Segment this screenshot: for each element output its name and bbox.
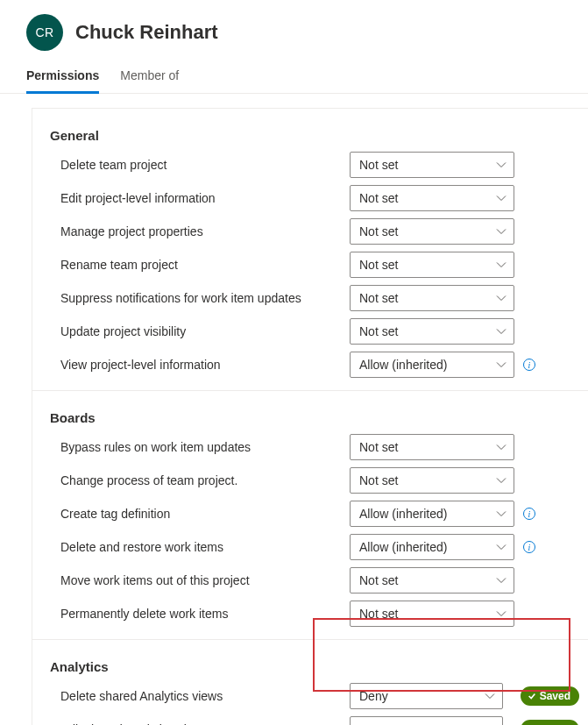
perm-label: Bypass rules on work item updates — [60, 440, 350, 454]
check-icon — [528, 692, 536, 700]
perm-row: Permanently delete work items Not set — [32, 597, 588, 630]
perm-select-rename-team-project[interactable]: Not set — [350, 252, 514, 278]
chevron-down-icon — [496, 508, 507, 519]
row-trail: i — [523, 541, 535, 553]
perm-label: Delete shared Analytics views — [60, 689, 350, 703]
row-trail: i — [523, 359, 535, 371]
row-trail: i — [523, 508, 535, 520]
chevron-down-icon — [496, 226, 507, 237]
perm-select-manage-project-props[interactable]: Not set — [350, 218, 514, 245]
perm-select-delete-shared-analytics[interactable]: Deny — [350, 683, 503, 709]
perm-select-bypass-rules[interactable]: Not set — [350, 434, 514, 460]
perm-row: Manage project properties Not set — [32, 215, 588, 248]
perm-label: Permanently delete work items — [60, 607, 350, 621]
perm-select-edit-project-info[interactable]: Not set — [350, 185, 514, 211]
chevron-down-icon — [496, 575, 507, 586]
select-value: Not set — [359, 158, 398, 172]
chevron-down-icon — [496, 608, 507, 619]
perm-row: Create tag definition Allow (inherited) … — [32, 497, 588, 530]
permissions-panel: General Delete team project Not set Edit… — [32, 108, 588, 725]
chevron-down-icon — [485, 691, 495, 701]
chevron-down-icon — [496, 259, 507, 270]
perm-row: Suppress notifications for work item upd… — [32, 281, 588, 315]
tab-permissions[interactable]: Permissions — [26, 61, 99, 94]
perm-label: Create tag definition — [60, 507, 350, 521]
chevron-down-icon — [496, 475, 507, 486]
saved-label: Saved — [540, 690, 570, 702]
section-title-analytics: Analytics — [32, 640, 588, 679]
perm-row: Move work items out of this project Not … — [32, 564, 588, 597]
perm-row: Edit project-level information Not set — [32, 181, 588, 215]
perm-label: Change process of team project. — [60, 473, 350, 487]
chevron-down-icon — [496, 293, 507, 303]
perm-select-delete-team-project[interactable]: Not set — [350, 152, 514, 178]
chevron-down-icon — [496, 442, 507, 452]
section-title-boards: Boards — [32, 391, 588, 430]
saved-badge: Saved — [521, 686, 579, 706]
perm-label: Delete and restore work items — [60, 540, 350, 554]
perm-select-delete-restore[interactable]: Allow (inherited) — [350, 534, 514, 560]
perm-label: Manage project properties — [60, 224, 350, 238]
section-title-general: General — [32, 109, 588, 148]
select-value: Allow (inherited) — [359, 507, 447, 521]
chevron-down-icon — [496, 542, 507, 552]
select-value: Not set — [359, 440, 398, 454]
tab-bar: Permissions Member of — [0, 58, 588, 94]
page-header: CR Chuck Reinhart — [0, 0, 588, 58]
perm-row: Change process of team project. Not set — [32, 464, 588, 497]
perm-label: Delete team project — [60, 158, 350, 172]
select-value: Not set — [359, 224, 398, 238]
perm-select-view-project-info[interactable]: Allow (inherited) — [350, 352, 514, 378]
select-value: Not set — [359, 191, 398, 205]
select-value: Allow (inherited) — [359, 540, 447, 554]
chevron-down-icon — [496, 193, 507, 203]
perm-select-change-process[interactable]: Not set — [350, 467, 514, 494]
perm-row: Rename team project Not set — [32, 248, 588, 281]
select-value: Deny — [359, 689, 388, 703]
perm-row: Edit shared Analytics views Deny Saved — [32, 713, 588, 725]
avatar: CR — [26, 14, 63, 51]
perm-row: Update project visibility Not set — [32, 315, 588, 348]
chevron-down-icon — [496, 326, 507, 337]
info-icon[interactable]: i — [523, 541, 535, 553]
select-value: Not set — [359, 258, 398, 272]
select-value: Not set — [359, 291, 398, 305]
perm-label: Suppress notifications for work item upd… — [60, 291, 350, 305]
perm-row: Bypass rules on work item updates Not se… — [32, 430, 588, 464]
select-value: Allow (inherited) — [359, 358, 447, 372]
page-title: Chuck Reinhart — [75, 21, 218, 44]
perm-label: Rename team project — [60, 258, 350, 272]
info-icon[interactable]: i — [523, 508, 535, 520]
perm-row: Delete and restore work items Allow (inh… — [32, 530, 588, 564]
select-value: Not set — [359, 473, 398, 487]
perm-select-suppress-notifications[interactable]: Not set — [350, 285, 514, 311]
perm-row: View project-level information Allow (in… — [32, 348, 588, 381]
perm-select-create-tag[interactable]: Allow (inherited) — [350, 501, 514, 527]
saved-badge: Saved — [521, 720, 579, 725]
perm-row: Delete team project Not set — [32, 148, 588, 181]
perm-label: Update project visibility — [60, 324, 350, 338]
perm-select-update-visibility[interactable]: Not set — [350, 318, 514, 345]
perm-select-edit-shared-analytics[interactable]: Deny — [350, 716, 503, 725]
chevron-down-icon — [496, 359, 507, 370]
perm-label: Edit project-level information — [60, 191, 350, 205]
select-value: Not set — [359, 607, 398, 621]
perm-row: Delete shared Analytics views Deny Saved — [32, 679, 588, 713]
perm-select-perm-delete[interactable]: Not set — [350, 601, 514, 627]
perm-label: View project-level information — [60, 358, 350, 372]
tab-memberof[interactable]: Member of — [120, 61, 179, 94]
info-icon[interactable]: i — [523, 359, 535, 371]
perm-select-move-work-items[interactable]: Not set — [350, 567, 514, 594]
select-value: Not set — [359, 324, 398, 338]
perm-label: Move work items out of this project — [60, 573, 350, 587]
chevron-down-icon — [496, 160, 507, 170]
select-value: Not set — [359, 573, 398, 587]
